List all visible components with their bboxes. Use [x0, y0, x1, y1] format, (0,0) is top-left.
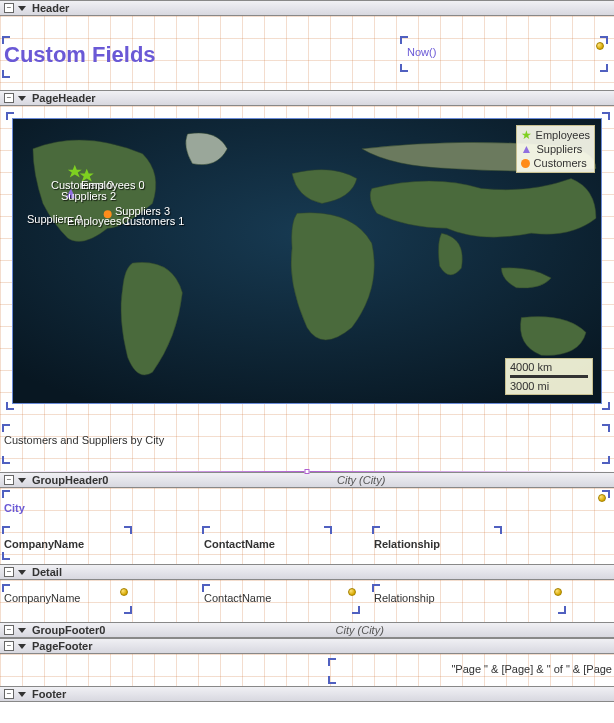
triangle-icon: ▲ [521, 143, 533, 155]
collapse-icon[interactable]: − [4, 475, 14, 485]
column-relationship[interactable]: Relationship [374, 538, 440, 550]
triangle-icon [18, 628, 26, 633]
map-caption[interactable]: Customers and Suppliers by City [4, 434, 164, 446]
groupheader-band[interactable]: City CompanyName ContactName Relationshi… [0, 488, 614, 564]
column-company[interactable]: CompanyName [4, 538, 84, 550]
section-pageheader[interactable]: − PageHeader [0, 90, 614, 106]
triangle-icon [18, 692, 26, 697]
triangle-icon [18, 570, 26, 575]
section-label: PageFooter [32, 640, 93, 652]
section-groupfooter[interactable]: − GroupFooter0 City (City) [0, 622, 614, 638]
expression-marker-icon [554, 588, 562, 596]
report-title[interactable]: Custom Fields [4, 42, 156, 68]
section-label: PageHeader [32, 92, 96, 104]
map-control[interactable]: Customers 0 Employees 0 Suppliers 2 Supp… [12, 118, 602, 404]
detail-contact[interactable]: ContactName [204, 592, 271, 604]
group-expression: City (City) [108, 474, 614, 486]
collapse-icon[interactable]: − [4, 689, 14, 699]
section-label: Footer [32, 688, 66, 700]
section-label: Header [32, 2, 69, 14]
expression-marker-icon [120, 588, 128, 596]
collapse-icon[interactable]: − [4, 625, 14, 635]
section-footer[interactable]: − Footer [0, 686, 614, 702]
page-expression[interactable]: "Page " & [Page] & " of " & [Page [450, 663, 612, 675]
section-header[interactable]: − Header [0, 0, 614, 16]
collapse-icon[interactable]: − [4, 567, 14, 577]
group-expression: City (City) [105, 624, 614, 636]
expression-marker-icon [596, 42, 604, 50]
detail-relationship[interactable]: Relationship [374, 592, 435, 604]
svg-point-5 [104, 210, 112, 218]
collapse-icon[interactable]: − [4, 641, 14, 651]
star-icon: ★ [521, 129, 532, 141]
triangle-icon [18, 6, 26, 11]
map-legend: ★Employees ▲Suppliers Customers [516, 125, 595, 173]
header-band[interactable]: Custom Fields Now() [0, 16, 614, 90]
detail-band[interactable]: CompanyName ContactName Relationship [0, 580, 614, 622]
triangle-icon [18, 96, 26, 101]
city-field[interactable]: City [4, 502, 25, 514]
section-pagefooter[interactable]: − PageFooter [0, 638, 614, 654]
section-label: GroupHeader0 [32, 474, 108, 486]
pagefooter-band[interactable]: "Page " & [Page] & " of " & [Page [0, 654, 614, 686]
now-expression[interactable]: Now() [407, 46, 436, 58]
triangle-icon [18, 478, 26, 483]
scale-km: 4000 km [510, 361, 588, 373]
section-groupheader[interactable]: − GroupHeader0 City (City) [0, 472, 614, 488]
triangle-icon [18, 644, 26, 649]
legend-item: Employees [536, 129, 590, 141]
pageheader-band[interactable]: Customers 0 Employees 0 Suppliers 2 Supp… [0, 106, 614, 471]
collapse-icon[interactable]: − [4, 3, 14, 13]
scale-mi: 3000 mi [510, 380, 588, 392]
collapse-icon[interactable]: − [4, 93, 14, 103]
detail-company[interactable]: CompanyName [4, 592, 80, 604]
legend-item: Customers [534, 157, 587, 169]
expression-marker-icon [348, 588, 356, 596]
section-detail[interactable]: − Detail [0, 564, 614, 580]
circle-icon [521, 159, 530, 168]
legend-item: Suppliers [536, 143, 582, 155]
section-label: Detail [32, 566, 62, 578]
expression-marker-icon [598, 494, 606, 502]
column-contact[interactable]: ContactName [204, 538, 275, 550]
section-label: GroupFooter0 [32, 624, 105, 636]
map-scale: 4000 km 3000 mi [505, 358, 593, 395]
